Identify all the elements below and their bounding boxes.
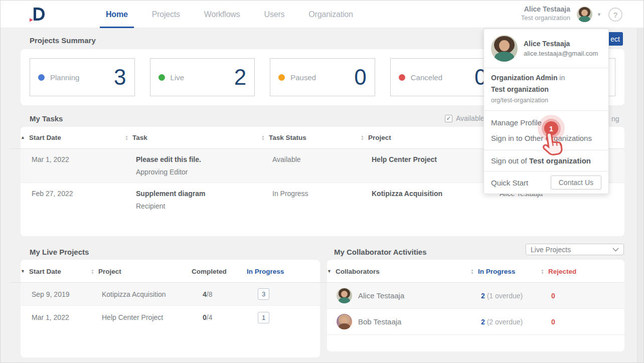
menu-item-sign-out[interactable]: Sign out of Test organization <box>484 150 608 171</box>
task-date: Mar 1, 2022 <box>32 149 136 183</box>
nav-item-projects[interactable]: Projects <box>152 1 180 28</box>
scrollbar[interactable] <box>637 28 643 362</box>
collaborator-row[interactable]: Bob Testaaja 2 (2 overdue) 0 <box>327 309 624 335</box>
task-project: Kotipizza Acquisition <box>372 183 500 217</box>
available-tasks-checkbox[interactable]: ✓ Available <box>445 114 485 122</box>
nav-item-home[interactable]: Home <box>106 1 128 28</box>
column-in-progress[interactable]: ▲▼ In Progress <box>470 268 541 275</box>
summary-card-paused[interactable]: Paused 0 <box>270 58 375 96</box>
task-status: Available <box>272 149 372 183</box>
sort-both-icon: ▲▼ <box>91 269 94 275</box>
card-value: 2 <box>234 65 246 90</box>
project-name: Kotipizza Acquisition <box>102 290 203 298</box>
summary-card-live[interactable]: Live 2 <box>150 58 255 96</box>
user-avatar[interactable] <box>577 7 592 22</box>
in-progress-count-button[interactable]: 3 <box>258 288 269 300</box>
card-label: Live <box>171 73 185 82</box>
column-collaborators[interactable]: ▼ Collaborators <box>327 268 470 275</box>
paused-status-dot-icon <box>278 74 285 81</box>
sort-desc-icon: ▼ <box>21 269 25 274</box>
task-role: Approving Editor <box>136 168 272 176</box>
org-path: org/test-organization <box>491 97 601 104</box>
navbar: Home Projects Workflows Users Organizati… <box>1 1 643 28</box>
in-progress-value: 2 (1 overdue) <box>481 292 551 300</box>
summary-card-canceled[interactable]: Canceled 0 <box>390 58 496 96</box>
projects-summary-title: Projects Summary <box>30 36 96 45</box>
column-start-date[interactable]: ▲ Start Date <box>21 134 125 141</box>
rejected-value: 0 <box>551 292 624 300</box>
collaborator-avatar <box>337 314 352 329</box>
task-name: Supplement diagram <box>136 190 272 198</box>
column-rejected[interactable]: ▲▼ Rejected <box>541 268 624 275</box>
column-project[interactable]: ▲▼ Project <box>361 134 489 141</box>
project-date: Mar 1, 2022 <box>32 313 102 321</box>
task-project: Help Center Project <box>372 149 500 183</box>
contact-us-button[interactable]: Contact Us <box>551 175 601 190</box>
app-logo-icon[interactable] <box>27 5 47 25</box>
menu-item-quick-start[interactable]: Quick Start <box>491 178 528 187</box>
my-live-projects-title: My Live Projects <box>30 248 89 256</box>
live-project-row[interactable]: Sep 9, 2019 Kotipizza Acquisition 4/8 3 <box>21 283 320 306</box>
card-value: 0 <box>354 65 366 90</box>
menu-user-avatar <box>491 35 518 62</box>
column-task[interactable]: ▲▼ Task <box>125 134 261 141</box>
dashboard-page: Home Projects Workflows Users Organizati… <box>0 0 644 363</box>
task-date: Feb 27, 2022 <box>32 183 136 217</box>
sort-both-icon: ▲▼ <box>470 269 474 275</box>
project-date: Sep 9, 2019 <box>32 290 102 298</box>
user-organization: Test organization <box>521 14 570 22</box>
menu-profile-section: Alice Testaaja alice.testaaja@gmail.com <box>484 29 608 68</box>
checkbox-checked-icon[interactable]: ✓ <box>445 115 452 122</box>
user-name: Alice Testaaja <box>521 5 570 13</box>
sort-both-icon: ▲▼ <box>541 269 544 275</box>
menu-item-sign-in-other-organizations[interactable]: Sign in to Other Organizations <box>484 130 608 146</box>
clipped-filter-text: ng <box>611 115 619 123</box>
sort-both-icon: ▲▼ <box>361 135 364 141</box>
collaborator-activities-panel: ▼ Collaborators ▲▼ In Progress ▲▼ Reject… <box>327 260 624 351</box>
card-label: Paused <box>290 73 316 82</box>
collaborator-row[interactable]: Alice Testaaja 2 (1 overdue) 0 <box>327 283 624 309</box>
main-nav: Home Projects Workflows Users Organizati… <box>106 1 353 28</box>
menu-item-manage-profile[interactable]: Manage Profile <box>484 115 608 130</box>
org-role: Organization Admin <box>491 74 557 82</box>
collaborator-activities-title: My Collaborator Activities <box>334 248 426 256</box>
sort-both-icon: ▲▼ <box>261 135 265 141</box>
sort-both-icon: ▲▼ <box>125 135 128 141</box>
nav-item-workflows[interactable]: Workflows <box>204 1 240 28</box>
rejected-value: 0 <box>551 318 624 326</box>
menu-org-section: Organization Admin in Test organization … <box>484 68 608 110</box>
available-filter-label: Available <box>456 114 485 122</box>
menu-user-name: Alice Testaaja <box>524 40 598 48</box>
summary-card-planning[interactable]: Planning 3 <box>30 58 135 96</box>
nav-item-organization[interactable]: Organization <box>308 1 353 28</box>
column-start-date[interactable]: ▼ Start Date <box>21 268 91 275</box>
column-project[interactable]: ▲▼ Project <box>91 268 192 275</box>
column-task-status[interactable]: ▲▼ Task Status <box>261 134 361 141</box>
sort-asc-icon: ▲ <box>21 135 25 140</box>
column-in-progress: In Progress <box>247 268 320 275</box>
card-label: Planning <box>50 73 79 82</box>
user-dropdown-menu: Alice Testaaja alice.testaaja@gmail.com … <box>484 29 609 194</box>
help-button[interactable]: ? <box>608 8 622 22</box>
sort-desc-icon: ▼ <box>327 269 332 274</box>
live-status-dot-icon <box>158 74 165 81</box>
project-name: Help Center Project <box>102 313 203 321</box>
select-value: Live Projects <box>531 246 571 254</box>
chevron-down-icon <box>612 248 619 252</box>
in-progress-count-button[interactable]: 1 <box>258 312 269 323</box>
new-project-button-label: ect <box>610 35 620 43</box>
nav-item-users[interactable]: Users <box>264 1 285 28</box>
collaborator-name: Alice Testaaja <box>358 291 404 300</box>
in-progress-value: 2 (2 overdue) <box>481 318 551 326</box>
completed-count: 0/4 <box>203 313 258 321</box>
menu-user-email: alice.testaaja@gmail.com <box>524 50 598 57</box>
collaborator-avatar <box>337 288 352 303</box>
live-project-row[interactable]: Mar 1, 2022 Help Center Project 0/4 1 <box>21 306 320 329</box>
live-projects-header-row: ▼ Start Date ▲▼ Project Completed In Pro… <box>10 260 320 283</box>
chevron-down-icon[interactable]: ▼ <box>597 12 601 17</box>
user-menu-trigger[interactable]: Alice Testaaja Test organization <box>521 5 570 22</box>
planning-status-dot-icon <box>38 74 45 81</box>
live-projects-select[interactable]: Live Projects <box>526 244 624 255</box>
task-name: Please edit this file. <box>136 155 272 163</box>
collaborator-name: Bob Testaaja <box>358 317 401 326</box>
